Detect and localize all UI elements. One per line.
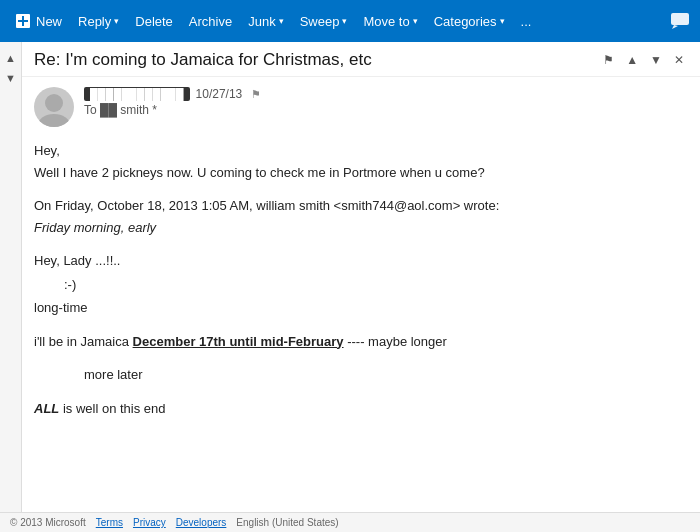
toolbar: New Reply ▾ Delete Archive Junk ▾ Sweep … bbox=[0, 0, 700, 42]
up-button[interactable]: ▲ bbox=[622, 51, 642, 69]
body-all-post: is well on this end bbox=[59, 401, 165, 416]
sender-name-redacted: ████████████ bbox=[84, 87, 190, 101]
body-line2: Well I have 2 pickneys now. U coming to … bbox=[34, 163, 688, 183]
body-hey2: Hey, Lady ...!!.. bbox=[34, 251, 688, 271]
new-icon bbox=[14, 12, 32, 30]
footer-copyright: © 2013 Microsoft bbox=[10, 517, 86, 528]
body-all: ALL is well on this end bbox=[34, 399, 688, 419]
junk-label: Junk bbox=[248, 14, 275, 29]
email-titlebar: Re: I'm coming to Jamaica for Christmas,… bbox=[22, 42, 700, 77]
footer-privacy[interactable]: Privacy bbox=[133, 517, 166, 528]
body-hey: Hey, bbox=[34, 141, 688, 161]
nav-up-arrow[interactable]: ▲ bbox=[3, 50, 19, 66]
body-smiley: :-) bbox=[64, 275, 688, 295]
footer-locale: English (United States) bbox=[236, 517, 338, 528]
new-button[interactable]: New bbox=[6, 0, 70, 42]
email-panel: Re: I'm coming to Jamaica for Christmas,… bbox=[22, 42, 700, 512]
categories-label: Categories bbox=[434, 14, 497, 29]
content-area: ▲ ▼ Re: I'm coming to Jamaica for Christ… bbox=[0, 42, 700, 512]
moveto-label: Move to bbox=[363, 14, 409, 29]
quoted-italic: Friday morning, early bbox=[34, 218, 688, 238]
footer-terms[interactable]: Terms bbox=[96, 517, 123, 528]
email-body: Hey, Well I have 2 pickneys now. U comin… bbox=[22, 135, 700, 512]
sweep-button[interactable]: Sweep ▾ bbox=[292, 0, 356, 42]
reply-label: Reply bbox=[78, 14, 111, 29]
junk-arrow-icon: ▾ bbox=[279, 16, 284, 26]
quoted-header: On Friday, October 18, 2013 1:05 AM, wil… bbox=[34, 196, 688, 216]
sender-date: 10/27/13 bbox=[196, 87, 243, 101]
delete-label: Delete bbox=[135, 14, 173, 29]
categories-button[interactable]: Categories ▾ bbox=[426, 0, 513, 42]
categories-arrow-icon: ▾ bbox=[500, 16, 505, 26]
footer-developers[interactable]: Developers bbox=[176, 517, 227, 528]
sweep-arrow-icon: ▾ bbox=[342, 16, 347, 26]
title-actions: ⚑ ▲ ▼ ✕ bbox=[599, 51, 688, 69]
left-nav: ▲ ▼ bbox=[0, 42, 22, 512]
junk-button[interactable]: Junk ▾ bbox=[240, 0, 291, 42]
body-all-bold: ALL bbox=[34, 401, 59, 416]
footer: © 2013 Microsoft Terms Privacy Developer… bbox=[0, 512, 700, 532]
email-header: ████████████ 10/27/13 ⚑ To ██ smith * bbox=[22, 77, 700, 135]
body-jamaica: i'll be in Jamaica December 17th until m… bbox=[34, 332, 688, 352]
sweep-label: Sweep bbox=[300, 14, 340, 29]
nav-down-arrow[interactable]: ▼ bbox=[3, 70, 19, 86]
reply-button[interactable]: Reply ▾ bbox=[70, 0, 127, 42]
down-button[interactable]: ▼ bbox=[646, 51, 666, 69]
body-jamaica-post: ---- maybe longer bbox=[344, 334, 447, 349]
svg-point-5 bbox=[45, 94, 63, 112]
body-longtime: long-time bbox=[34, 298, 688, 318]
reply-arrow-icon: ▾ bbox=[114, 16, 119, 26]
sender-to: To ██ smith * bbox=[84, 103, 688, 117]
sender-flag-icon: ⚑ bbox=[251, 88, 261, 101]
archive-button[interactable]: Archive bbox=[181, 0, 240, 42]
more-label: ... bbox=[521, 14, 532, 29]
body-more: more later bbox=[84, 365, 688, 385]
delete-button[interactable]: Delete bbox=[127, 0, 181, 42]
sender-name-row: ████████████ 10/27/13 ⚑ bbox=[84, 87, 688, 101]
svg-marker-4 bbox=[672, 25, 678, 29]
chat-icon[interactable] bbox=[666, 7, 694, 35]
email-subject: Re: I'm coming to Jamaica for Christmas,… bbox=[34, 50, 599, 70]
flag-button[interactable]: ⚑ bbox=[599, 51, 618, 69]
body-jamaica-pre: i'll be in Jamaica bbox=[34, 334, 133, 349]
new-label: New bbox=[36, 14, 62, 29]
moveto-arrow-icon: ▾ bbox=[413, 16, 418, 26]
close-button[interactable]: ✕ bbox=[670, 51, 688, 69]
archive-label: Archive bbox=[189, 14, 232, 29]
moveto-button[interactable]: Move to ▾ bbox=[355, 0, 425, 42]
svg-point-6 bbox=[38, 114, 70, 127]
more-button[interactable]: ... bbox=[513, 0, 540, 42]
sender-info: ████████████ 10/27/13 ⚑ To ██ smith * bbox=[84, 87, 688, 117]
avatar bbox=[34, 87, 74, 127]
svg-rect-3 bbox=[671, 13, 689, 25]
body-jamaica-date: December 17th until mid-February bbox=[133, 334, 344, 349]
toolbar-right bbox=[666, 7, 694, 35]
